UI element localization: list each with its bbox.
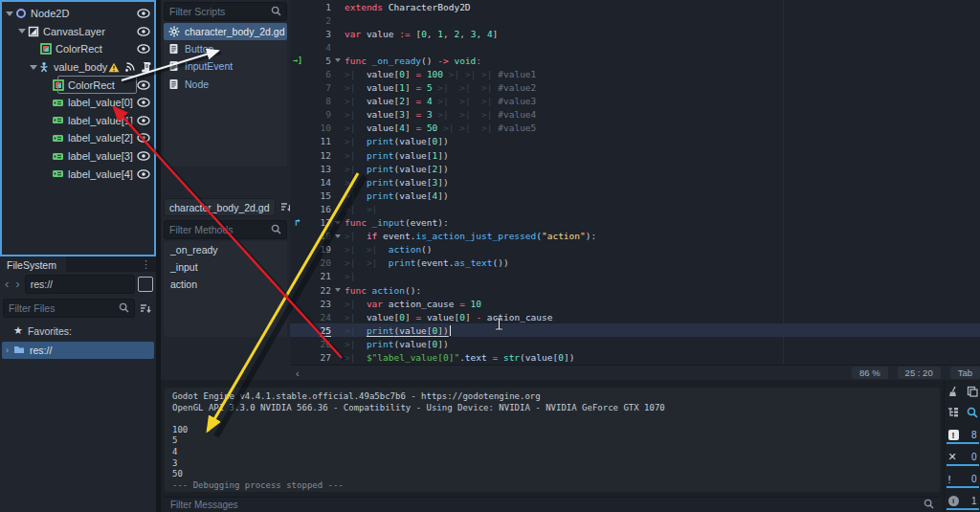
method-item-input[interactable]: _input xyxy=(164,258,287,276)
filter-files-input[interactable]: Filter Files xyxy=(3,299,135,318)
visibility-toggle[interactable] xyxy=(155,62,156,72)
line-number[interactable]: 23 xyxy=(305,299,331,309)
line-number[interactable]: 15 xyxy=(305,190,331,201)
code-line-18[interactable]: 18>| if event.is_action_just_pressed("ac… xyxy=(290,230,980,243)
code-line-8[interactable]: 8>| value[2] = 4 >| >| >| #value3 xyxy=(290,95,980,108)
nav-back-icon[interactable]: ‹ xyxy=(3,279,11,289)
line-number[interactable]: 16 xyxy=(305,204,331,214)
code-line-5[interactable]: →]5func _on_ready() -> void: xyxy=(290,54,980,67)
line-number[interactable]: 22 xyxy=(305,285,331,296)
code-line-19[interactable]: 19>| >| action() xyxy=(290,243,980,256)
line-number[interactable]: 14 xyxy=(305,177,331,188)
script-item-inputevent[interactable]: InputEvent xyxy=(164,57,287,75)
code-line-14[interactable]: 14>| print(value[3]) xyxy=(290,175,980,189)
copy-output-icon[interactable] xyxy=(967,386,978,399)
expand-arrow-icon[interactable] xyxy=(17,29,27,33)
tab-filesystem[interactable]: FileSystem xyxy=(0,256,66,272)
scene-node-label-value-4-[interactable]: label_value[4] xyxy=(2,165,154,183)
line-number[interactable]: 20 xyxy=(305,257,331,268)
line-number[interactable]: 4 xyxy=(305,42,331,53)
visibility-toggle[interactable] xyxy=(135,9,152,18)
clear-output-icon[interactable] xyxy=(947,386,959,399)
scene-node-value-body[interactable]: value_body xyxy=(2,58,154,77)
visibility-toggle[interactable] xyxy=(135,116,152,125)
scene-node-canvaslayer[interactable]: CanvasLayer xyxy=(2,23,154,41)
cursor-position[interactable]: 25 : 20 xyxy=(898,367,941,379)
code-line-21[interactable]: 21>| xyxy=(290,270,980,283)
method-item-on_ready[interactable]: _on_ready xyxy=(164,241,287,258)
scene-node-colorrect[interactable]: ColorRect xyxy=(2,76,154,94)
scene-node-colorrect[interactable]: ColorRect xyxy=(2,40,154,58)
script-item-node[interactable]: Node xyxy=(164,76,287,93)
fold-arrow-icon[interactable] xyxy=(331,234,345,238)
fold-arrow-icon[interactable] xyxy=(331,288,345,292)
code-line-6[interactable]: 6>| value[0] = 100 >| >| >| #value1 xyxy=(290,67,980,80)
toggle-split-mode-icon[interactable] xyxy=(138,277,153,292)
code-line-13[interactable]: 13>| print(value[2]) xyxy=(290,162,980,175)
method-item-action[interactable]: action xyxy=(164,276,287,293)
visibility-toggle[interactable] xyxy=(135,169,152,179)
scene-node-label-value-2-[interactable]: label_value[2] xyxy=(2,129,154,147)
script-item-button[interactable]: Button xyxy=(164,40,287,57)
code-line-12[interactable]: 12>| print(value[1]) xyxy=(290,148,980,162)
current-script-dropdown[interactable]: character_body_2d.gd xyxy=(164,198,276,216)
expander-icon[interactable]: › xyxy=(6,345,9,355)
line-number[interactable]: 8 xyxy=(305,96,331,106)
line-number[interactable]: 1 xyxy=(305,2,331,12)
code-line-2[interactable]: 2 xyxy=(290,13,980,27)
code-line-16[interactable]: 16>| >| xyxy=(290,202,980,215)
scroll-left-icon[interactable]: ‹ xyxy=(290,367,305,379)
zoom-level[interactable]: 86 % xyxy=(852,367,888,379)
line-number[interactable]: 25 xyxy=(305,325,331,336)
code-line-7[interactable]: 7>| value[1] = 5 >| >| >| #value2 xyxy=(290,81,980,95)
code-line-22[interactable]: 22func action(): xyxy=(290,283,980,297)
filter-scripts-input[interactable]: Filter Scripts xyxy=(164,2,287,21)
nav-forward-icon[interactable]: › xyxy=(13,279,21,289)
line-number[interactable]: 6 xyxy=(305,69,331,79)
line-number[interactable]: 10 xyxy=(305,122,331,133)
collapse-tree-icon[interactable] xyxy=(947,407,959,420)
code-line-10[interactable]: 10>| value[4] = 50 >| >| >| #value5 xyxy=(290,122,980,135)
visibility-toggle[interactable] xyxy=(135,151,152,161)
line-number[interactable]: 21 xyxy=(305,271,331,281)
code-line-11[interactable]: 11>| print(value[0]) xyxy=(290,135,980,148)
expand-arrow-icon[interactable] xyxy=(5,11,14,16)
scene-node-label-value-1-[interactable]: label_value[1] xyxy=(2,112,154,130)
expand-arrow-icon[interactable] xyxy=(30,65,37,70)
line-number[interactable]: 26 xyxy=(305,339,331,349)
filter-messages-bar[interactable]: Filter Messages xyxy=(165,497,940,512)
search-output-icon[interactable] xyxy=(967,407,978,420)
scene-node-node2d[interactable]: Node2D xyxy=(2,5,154,23)
line-number[interactable]: 13 xyxy=(305,164,331,174)
code-line-9[interactable]: 9>| value[3] = 3 >| >| >| #value4 xyxy=(290,108,980,122)
filter-methods-input[interactable]: Filter Methods xyxy=(164,220,287,239)
override-icon[interactable]: ↱ xyxy=(290,217,305,228)
fold-arrow-icon[interactable] xyxy=(331,221,345,225)
code-line-23[interactable]: 23>| var action_cause = 10 xyxy=(290,297,980,310)
fold-arrow-icon[interactable] xyxy=(331,58,345,62)
code-line-27[interactable]: 27>| $"label_value[0]".text = str(value[… xyxy=(290,350,980,364)
indent-type[interactable]: Tab xyxy=(950,367,980,379)
line-number[interactable]: 24 xyxy=(305,312,331,323)
filter-toggle-info[interactable]: i1 xyxy=(947,494,979,510)
visibility-toggle[interactable] xyxy=(135,133,152,143)
filter-toggle-alert[interactable]: !8 xyxy=(947,428,979,444)
visibility-toggle[interactable] xyxy=(135,98,152,107)
code-line-26[interactable]: 26>| print(value[0]) xyxy=(290,337,980,350)
filter-toggle-warning[interactable]: !0 xyxy=(947,472,979,488)
line-number[interactable]: 5 xyxy=(305,56,331,66)
visibility-toggle[interactable] xyxy=(135,80,152,90)
line-number[interactable]: 7 xyxy=(305,82,331,93)
script-item-character-body-2d-gd[interactable]: character_body_2d.gd xyxy=(164,23,287,40)
scene-node-label-value-3-[interactable]: label_value[3] xyxy=(2,147,154,166)
line-number[interactable]: 19 xyxy=(305,244,331,255)
dock-menu-icon[interactable]: ⋮ xyxy=(136,256,156,272)
connected-signal-icon[interactable]: →] xyxy=(290,56,305,65)
filesystem-root-item[interactable]: › res:// xyxy=(2,342,154,359)
output-console[interactable]: Godot Engine v4.4.1.stable.official.49a5… xyxy=(165,388,940,492)
path-input[interactable]: res:// xyxy=(25,275,135,294)
filter-toggle-error[interactable]: ✕0 xyxy=(947,450,979,466)
line-number[interactable]: 27 xyxy=(305,352,331,363)
line-number[interactable]: 12 xyxy=(305,150,331,161)
scene-node-label-value-0-[interactable]: label_value[0] xyxy=(2,94,154,112)
